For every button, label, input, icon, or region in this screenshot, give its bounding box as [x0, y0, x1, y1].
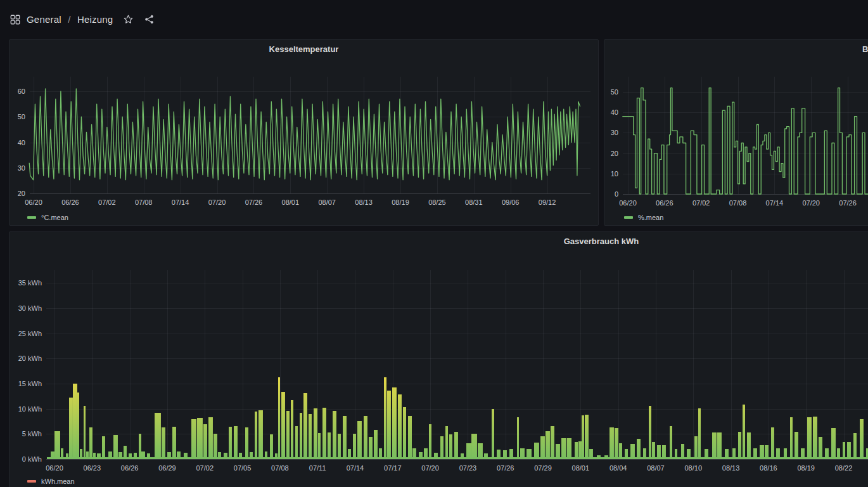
bar-kwh	[561, 438, 566, 459]
bar-kwh	[118, 452, 122, 459]
bar-kwh	[197, 418, 203, 459]
legend-label: %.mean	[638, 214, 663, 221]
x-gridline	[693, 270, 694, 459]
y-axis-tick-label: 40	[585, 109, 618, 116]
bar-kwh	[162, 427, 165, 459]
x-axis-tick-label: 07/17	[384, 464, 402, 472]
bar-kwh	[589, 449, 593, 459]
legend-label: °C.mean	[41, 214, 68, 221]
bar-kwh	[357, 421, 362, 459]
bar-kwh	[567, 438, 572, 459]
bar-kwh	[837, 448, 841, 459]
x-axis-tick-label: 08/22	[835, 464, 853, 472]
bar-kwh	[387, 391, 391, 459]
bar-kwh	[379, 448, 382, 460]
bar-kwh	[619, 443, 623, 459]
panel-title-kesseltemperatur[interactable]: Kesseltemperatur	[10, 44, 598, 54]
legend-item-percent-mean[interactable]: %.mean	[624, 214, 663, 221]
bar-kwh	[503, 450, 507, 459]
bar-kwh	[255, 412, 257, 459]
x-gridline	[355, 270, 355, 459]
x-gridline	[167, 270, 168, 459]
x-axis-tick-label: 06/26	[656, 199, 673, 207]
x-gridline	[543, 270, 544, 459]
bar-kwh	[637, 439, 641, 459]
bar-kwh	[813, 417, 817, 459]
y-axis-tick-label: 30	[585, 129, 618, 136]
x-axis-tick-label: 07/02	[98, 198, 116, 206]
bar-kwh	[860, 419, 864, 460]
bar-kwh	[725, 449, 729, 459]
bar-kwh	[134, 453, 137, 459]
bar-kwh	[670, 426, 672, 459]
bar-kwh	[73, 384, 77, 459]
panel-title-brennerleistung[interactable]: Brennerleistung %	[604, 44, 868, 54]
bar-kwh	[139, 434, 141, 459]
x-gridline	[806, 270, 807, 459]
x-axis-tick-label: 08/07	[318, 198, 336, 206]
x-axis-tick-label: 06/23	[84, 464, 101, 472]
bar-kwh	[424, 448, 428, 459]
x-axis-tick-label: 06/26	[121, 464, 139, 472]
bar-kwh	[384, 377, 386, 459]
x-gridline	[580, 270, 581, 459]
panel-kesseltemperatur: Kesseltemperatur °C.mean 203040506006/20…	[9, 39, 599, 226]
breadcrumb-folder[interactable]: General	[27, 14, 61, 25]
series-line-kessel	[30, 77, 590, 193]
bar-kwh	[338, 434, 341, 459]
share-icon[interactable]	[144, 14, 155, 25]
plot-area-gas[interactable]	[46, 270, 868, 460]
bar-kwh	[214, 434, 217, 459]
bar-kwh	[412, 448, 416, 460]
bar-kwh	[776, 448, 780, 459]
plot-area-brenner[interactable]	[623, 77, 868, 195]
x-gridline	[468, 270, 468, 459]
bar-kwh	[440, 436, 444, 460]
bar-kwh	[343, 416, 347, 459]
bar-kwh	[69, 398, 73, 459]
bar-kwh	[84, 406, 86, 459]
x-axis-tick-label: 08/19	[797, 464, 815, 472]
legend-item-kwh-mean[interactable]: kWh.mean	[27, 477, 75, 485]
bar-kwh	[497, 450, 501, 459]
bar-kwh	[328, 432, 331, 459]
y-axis-tick-label: 25 kWh	[9, 330, 42, 337]
y-axis-tick-label: 10	[585, 171, 618, 178]
bar-kwh	[348, 449, 352, 459]
bar-kwh	[270, 434, 273, 459]
bar-kwh	[615, 428, 618, 459]
star-icon[interactable]	[123, 14, 134, 25]
breadcrumb: General / Heizung	[27, 14, 113, 25]
bar-kwh	[322, 408, 326, 459]
bar-kwh	[551, 426, 554, 459]
x-gridline	[769, 270, 769, 459]
bar-kwh	[649, 406, 651, 459]
bar-kwh	[281, 392, 285, 459]
bar-kwh	[434, 453, 438, 459]
breadcrumb-dashboard[interactable]: Heizung	[77, 14, 113, 25]
x-axis-tick-label: 08/13	[355, 198, 373, 206]
bar-kwh	[597, 455, 601, 459]
bar-kwh	[461, 453, 464, 460]
y-axis-tick-label: 30 kWh	[9, 305, 42, 312]
x-axis-tick-label: 07/29	[534, 464, 552, 472]
dashboard-grid-icon	[10, 14, 21, 25]
bar-kwh	[80, 449, 82, 459]
x-axis-tick-label: 07/20	[208, 198, 226, 206]
x-gridline	[656, 270, 656, 459]
bar-kwh	[454, 432, 458, 459]
bar-kwh	[429, 424, 431, 459]
bar-kwh	[61, 448, 63, 460]
bar-kwh	[172, 427, 176, 459]
bar-kwh	[643, 448, 646, 460]
bar-kwh	[245, 427, 249, 459]
bar-kwh	[364, 416, 367, 459]
legend-item-c-mean[interactable]: °C.mean	[27, 214, 68, 221]
plot-area-kessel[interactable]	[30, 77, 590, 194]
panel-title-gasverbrauch[interactable]: Gasverbrauch kWh	[10, 237, 868, 246]
grafana-dashboard-view: General / Heizung Kesseltemperatur	[0, 0, 868, 487]
x-axis-tick-label: 08/01	[572, 464, 590, 472]
bar-kwh	[681, 444, 685, 459]
y-axis-tick-label: 0	[585, 191, 618, 198]
bar-kwh	[527, 449, 532, 459]
